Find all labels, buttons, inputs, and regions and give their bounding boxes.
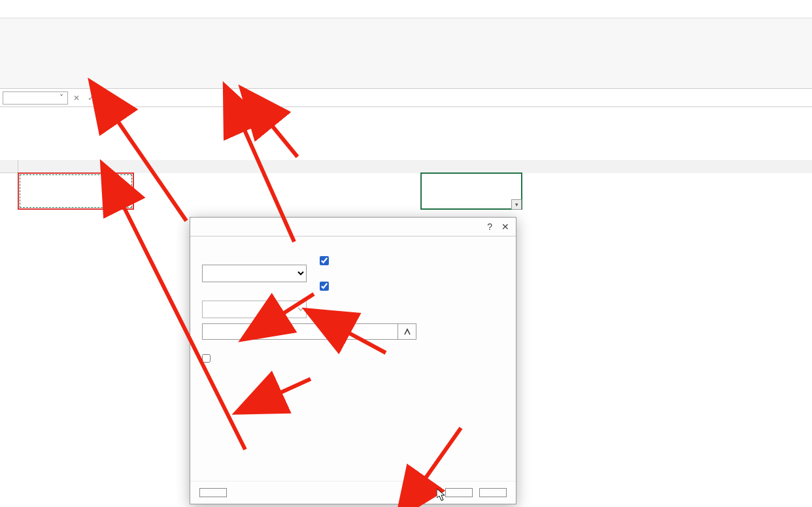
formula-bar: ˅ ✕ ✓ fx xyxy=(0,89,812,107)
ok-button[interactable] xyxy=(445,488,473,497)
data-select xyxy=(202,301,307,318)
range-picker-icon[interactable] xyxy=(398,323,416,340)
svg-line-3 xyxy=(268,121,297,157)
apply-same-checkbox[interactable] xyxy=(202,354,211,363)
data-validation-dialog: ? ✕ xyxy=(190,217,516,504)
cell-dropdown-icon[interactable]: ▾ xyxy=(511,199,522,210)
ribbon xyxy=(0,18,812,89)
help-icon[interactable]: ? xyxy=(487,221,492,232)
cancel-formula-icon[interactable]: ✕ xyxy=(71,93,82,103)
allow-select[interactable] xyxy=(202,265,307,282)
accept-formula-icon[interactable]: ✓ xyxy=(85,93,97,103)
name-box[interactable]: ˅ xyxy=(3,91,68,105)
cancel-button[interactable] xyxy=(479,488,507,497)
close-icon[interactable]: ✕ xyxy=(501,221,509,232)
source-input[interactable] xyxy=(202,323,398,340)
select-all-corner[interactable] xyxy=(0,160,18,173)
annotation-arrow xyxy=(265,118,304,165)
clear-all-button[interactable] xyxy=(199,488,227,497)
fx-icon[interactable]: fx xyxy=(99,93,110,103)
menubar xyxy=(0,0,812,18)
ignore-blank-checkbox[interactable] xyxy=(320,256,329,265)
dialog-titlebar: ? ✕ xyxy=(190,218,516,236)
formula-input[interactable] xyxy=(113,91,809,105)
name-box-dropdown-icon[interactable]: ˅ xyxy=(59,93,63,103)
dropdown-checkbox[interactable] xyxy=(320,282,329,291)
